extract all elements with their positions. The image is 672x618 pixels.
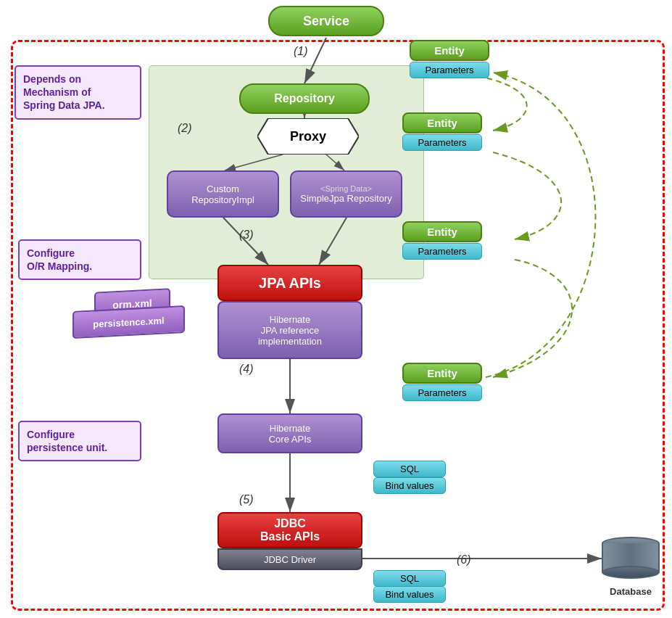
jdbc-driver-label: JDBC Driver (264, 554, 316, 565)
service-label: Service (303, 14, 349, 29)
step-6-label: (6) (457, 553, 471, 566)
persistence-xml-label: persistence.xml (93, 315, 164, 329)
database-label: Database (602, 586, 660, 597)
custom-repo-node: Custom RepositoryImpl (167, 170, 279, 218)
entity1-box: Entity Parameters (410, 40, 489, 78)
repository-label: Repository (274, 92, 335, 105)
comment-depends-label: Depends on Mechanism of Spring Data JPA. (23, 73, 105, 111)
bind-values-box-2: Bind values (373, 586, 446, 603)
comment-depends-box: Depends on Mechanism of Spring Data JPA. (14, 65, 141, 120)
comment-persistence-label: Configure persistence unit. (27, 429, 107, 453)
diagram-container: Service (1) Entity Parameters Repository… (0, 0, 672, 618)
bind-values-box-1: Bind values (373, 477, 446, 494)
database-node: Database (602, 537, 660, 584)
hibernate-jpa-node: Hibernate JPA reference implementation (217, 301, 362, 359)
step-4-label: (4) (239, 363, 254, 376)
step-3-label: (3) (239, 228, 254, 242)
step-5-label: (5) (239, 493, 254, 506)
entity4-label: Entity (402, 363, 482, 384)
jdbc-driver-node: JDBC Driver (217, 548, 362, 570)
hibernate-jpa-label: Hibernate JPA reference implementation (258, 314, 322, 347)
sql-box-2: SQL (373, 570, 446, 587)
custom-repo-label: Custom RepositoryImpl (191, 184, 254, 205)
comment-or-mapping-label: Configure O/R Mapping. (27, 247, 92, 272)
proxy-node: Proxy (257, 118, 359, 154)
jdbc-apis-label: JDBC Basic APIs (260, 517, 320, 543)
step-1-label: (1) (294, 45, 308, 58)
entity2-params: Parameters (402, 134, 482, 151)
entity2-label: Entity (402, 112, 482, 133)
svg-text:Proxy: Proxy (290, 129, 326, 144)
hibernate-core-label: Hibernate Core APIs (269, 423, 312, 445)
bind-values-label-1: Bind values (385, 480, 434, 491)
jpa-apis-label: JPA APIs (259, 275, 321, 292)
sql-label-2: SQL (400, 573, 419, 584)
entity2-box: Entity Parameters (402, 112, 482, 151)
entity4-box: Entity Parameters (402, 363, 482, 401)
entity1-label: Entity (410, 40, 489, 61)
comment-or-mapping-box: Configure O/R Mapping. (18, 239, 141, 280)
repository-node: Repository (239, 83, 370, 114)
jpa-apis-node: JPA APIs (217, 265, 362, 301)
entity3-label: Entity (402, 221, 482, 242)
db-bottom (602, 566, 660, 579)
hibernate-core-node: Hibernate Core APIs (217, 413, 362, 453)
bind-values-label-2: Bind values (385, 589, 434, 600)
sql-label-1: SQL (400, 464, 419, 474)
entity3-box: Entity Parameters (402, 221, 482, 260)
jdbc-apis-node: JDBC Basic APIs (217, 512, 362, 548)
step-2-label: (2) (178, 122, 192, 135)
simplejpa-node: <Spring Data> SimpleJpa Repository (290, 170, 402, 218)
entity4-params: Parameters (402, 384, 482, 401)
entity3-params: Parameters (402, 243, 482, 260)
service-node: Service (268, 6, 384, 36)
simplejpa-spring-label: <Spring Data> (320, 184, 372, 193)
persistence-xml-node: persistence.xml (72, 305, 185, 339)
entity1-params: Parameters (410, 62, 489, 78)
sql-box-1: SQL (373, 461, 446, 477)
simplejpa-name-label: SimpleJpa Repository (300, 193, 391, 204)
comment-persistence-box: Configure persistence unit. (18, 421, 141, 461)
